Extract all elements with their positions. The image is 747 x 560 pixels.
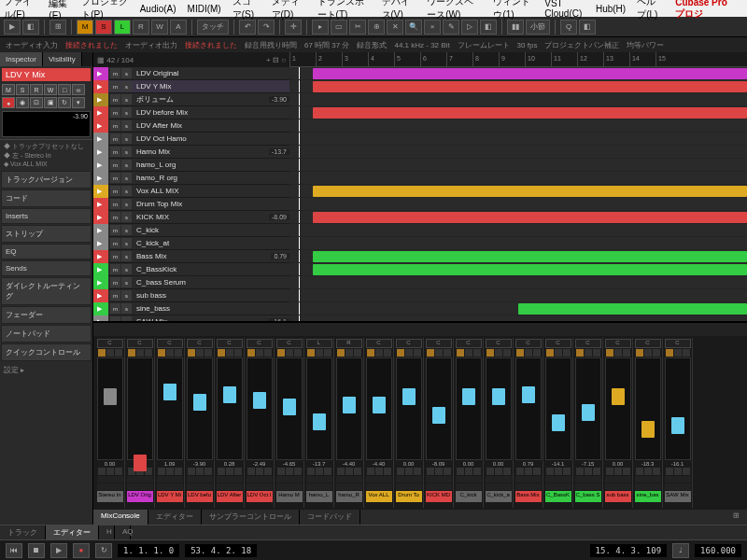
insert-slot[interactable] <box>366 483 392 490</box>
solo-all-btn[interactable]: S <box>95 20 112 35</box>
mixer-channel[interactable]: C -3.90 LDV befo <box>185 338 215 508</box>
stop-btn[interactable]: ⏹ <box>28 543 45 558</box>
insert-slot[interactable] <box>366 476 392 483</box>
insert-slot[interactable] <box>276 483 303 490</box>
mute-btn[interactable]: m <box>110 133 120 144</box>
ch-btn[interactable] <box>204 349 212 357</box>
solo-btn[interactable]: s <box>121 277 132 287</box>
ch-btn[interactable] <box>653 468 660 475</box>
insert-slot[interactable] <box>665 483 691 490</box>
ch-mute[interactable] <box>427 349 434 357</box>
ruler-mark[interactable]: 7 <box>446 52 472 66</box>
clip-row[interactable] <box>289 159 747 172</box>
play-btn[interactable]: ▶ <box>50 543 67 558</box>
ruler-mark[interactable]: 4 <box>368 52 394 66</box>
ch-btn[interactable] <box>218 468 225 475</box>
inspector-section[interactable]: ストリップ <box>1 225 92 243</box>
ch-mute[interactable] <box>666 349 673 357</box>
mixer-channel[interactable]: R -4.40 hamo_R <box>334 338 364 508</box>
ch-solo[interactable] <box>136 349 144 357</box>
channel-fader[interactable] <box>97 357 123 460</box>
insert-slot[interactable] <box>456 483 482 490</box>
primary-time[interactable]: 1. 1. 1. 0 <box>118 544 179 557</box>
play-icon[interactable]: ▶ <box>93 185 105 198</box>
fader-cap[interactable] <box>641 421 655 438</box>
ch-mute[interactable] <box>337 349 345 357</box>
record-btn[interactable]: ● <box>73 543 90 558</box>
mixer-channel[interactable]: C 0.79 Bass Mix <box>514 338 543 508</box>
play-icon[interactable]: ▶ <box>93 263 105 276</box>
track-row[interactable]: ▶ ms C_kick_at <box>93 237 289 250</box>
ruler-mark[interactable]: 8 <box>472 52 499 66</box>
pointer-tool[interactable]: ▸ <box>312 20 329 35</box>
ch-solo[interactable] <box>405 349 413 357</box>
solo-btn[interactable]: s <box>121 251 132 261</box>
mute-btn[interactable]: m <box>110 290 120 301</box>
channel-fader[interactable] <box>217 357 243 460</box>
read-btn[interactable]: R <box>30 84 43 95</box>
ch-btn[interactable] <box>115 468 122 475</box>
track-row[interactable]: ▶ ms Hamo Mix -13.7 <box>93 146 289 159</box>
insert-slot[interactable] <box>306 483 332 490</box>
ch-btn[interactable] <box>158 468 165 475</box>
track-row[interactable]: ▶ ms sine_bass <box>93 302 289 315</box>
ch-btn[interactable] <box>264 349 272 357</box>
audio-clip[interactable] <box>313 264 748 275</box>
ch-btn[interactable] <box>405 468 413 475</box>
ch-mute[interactable] <box>486 349 494 357</box>
pan-control[interactable]: C <box>217 339 243 348</box>
ch-btn[interactable] <box>384 468 391 475</box>
clip-row[interactable] <box>289 106 747 119</box>
listen-btn[interactable]: L <box>114 20 131 35</box>
solo-btn[interactable]: s <box>121 225 132 235</box>
inspector-section[interactable]: EQ <box>1 244 92 259</box>
track-row[interactable]: ▶ ms SAW MIx -16.1 <box>93 315 289 321</box>
solo-btn[interactable]: s <box>121 68 132 78</box>
mixer-channel[interactable]: C 0.00 Drum To <box>394 338 424 508</box>
insert-slot[interactable] <box>635 476 661 483</box>
ch-mute[interactable] <box>606 349 613 357</box>
play-icon[interactable]: ▶ <box>93 289 105 302</box>
clip-row[interactable] <box>289 172 747 185</box>
pan-control[interactable]: C <box>665 339 691 348</box>
mute-btn[interactable]: m <box>110 107 120 118</box>
pan-control[interactable]: C <box>545 339 571 348</box>
channel-fader[interactable] <box>336 357 362 460</box>
ch-btn[interactable] <box>264 468 272 475</box>
mixer-channel[interactable]: C -83.0 LDV Orig <box>125 338 155 508</box>
ch-btn[interactable] <box>473 349 481 357</box>
ch-btn[interactable] <box>414 468 421 475</box>
ch-btn[interactable] <box>563 468 571 475</box>
zoom-tool[interactable]: 🔍 <box>405 20 422 35</box>
insert-slot[interactable] <box>396 476 422 483</box>
audio-clip[interactable] <box>313 186 748 197</box>
channel-fader[interactable] <box>665 357 691 460</box>
fader-cap[interactable] <box>492 388 505 405</box>
mute-btn[interactable]: m <box>110 264 120 274</box>
mixer-channel[interactable]: C 0.00 sub bass <box>603 338 633 508</box>
ruler-mark[interactable]: 3 <box>342 52 368 66</box>
insp-btn[interactable]: □ <box>58 84 71 95</box>
mixconsole-tab[interactable]: MixConsole <box>93 510 148 525</box>
play-icon[interactable]: ▶ <box>93 67 105 80</box>
clip-row[interactable] <box>289 224 747 237</box>
mixer-channel[interactable]: L -13.7 hamo_L <box>304 338 334 508</box>
tempo-value[interactable]: 160.000 <box>695 544 741 557</box>
insert-slot[interactable] <box>456 476 482 483</box>
insert-slot[interactable] <box>157 476 183 483</box>
ch-mute[interactable] <box>128 349 135 357</box>
grid-type[interactable]: 小節 <box>526 20 550 35</box>
cross-tool-btn[interactable]: ✛ <box>285 20 302 35</box>
fader-cap[interactable] <box>163 384 176 400</box>
track-row[interactable]: ▶ ms LDV Original <box>93 67 289 80</box>
toolbar-btn[interactable]: ◧ <box>579 20 596 35</box>
insert-slot[interactable] <box>187 476 213 483</box>
solo-btn[interactable]: s <box>121 316 132 321</box>
mixer-channel[interactable]: C 1.09 LDV Y Mi <box>155 338 185 508</box>
mute-btn[interactable]: m <box>110 173 120 183</box>
pan-control[interactable]: C <box>157 339 183 348</box>
channel-fader[interactable] <box>426 357 452 460</box>
ch-btn[interactable] <box>247 468 255 475</box>
pan-control[interactable]: C <box>247 339 273 348</box>
ch-btn[interactable] <box>277 468 285 475</box>
